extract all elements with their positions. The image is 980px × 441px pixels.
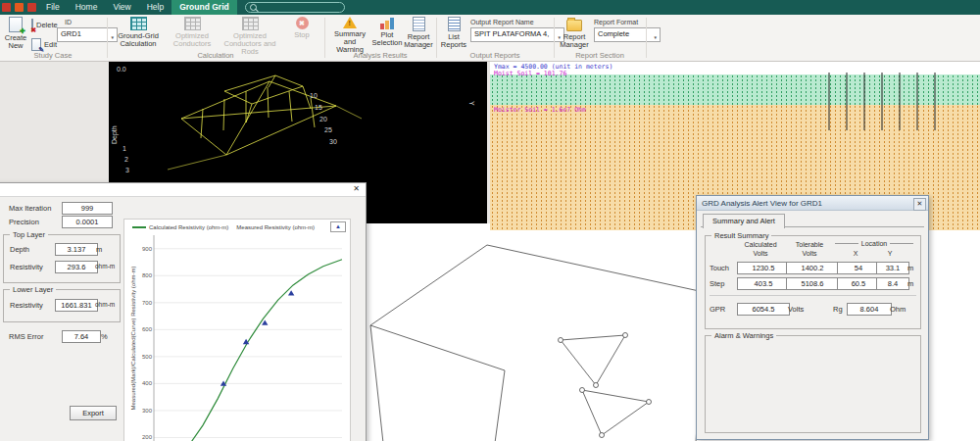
plot3d-y-axis-label: Y (468, 101, 475, 106)
warning-icon: ! (343, 17, 357, 28)
header-volts-1: Volts (737, 250, 784, 257)
group-label-calculation: Calculation (108, 51, 323, 60)
header-location: Location (835, 240, 913, 247)
grd-alert-dialog: GRD Analysis Alert View for GRD1 ✕ Summa… (696, 195, 929, 440)
output-report-name-combobox[interactable]: SPIT PLATAFORMA 4,▼ (470, 27, 564, 42)
plot3d-depth-tick: 2 (124, 156, 128, 163)
group-label-output-reports: Output Reports (437, 51, 553, 60)
header-y: Y (876, 250, 904, 257)
plot3d-x-tick: 20 (319, 116, 327, 122)
chart-y-axis-label: Measured(Mark)/Calculated(Curve) Resisti… (130, 235, 136, 441)
precision-field[interactable]: 0.0001 (62, 216, 113, 228)
gpr-unit: Volts (788, 305, 804, 314)
report-format-combobox[interactable]: Complete▼ (594, 27, 661, 42)
depth-unit: m (96, 245, 102, 254)
titlebar-icon-3[interactable] (27, 3, 36, 12)
close-icon[interactable]: ✕ (353, 184, 360, 193)
gpr-value: 6054.5 (737, 303, 790, 316)
step-unit: m (907, 279, 913, 288)
menu-item-help[interactable]: Help (139, 0, 172, 15)
search-icon (250, 4, 257, 11)
menu-item-home[interactable]: Home (68, 0, 106, 15)
export-button[interactable]: Export (70, 406, 117, 420)
tab-summary-and-alert[interactable]: Summary and Alert (703, 214, 785, 228)
svg-text:800: 800 (142, 272, 153, 278)
touch-tolerable-value: 1400.2 (786, 262, 839, 274)
study-id-combobox[interactable]: GRD1▼ (57, 27, 118, 42)
study-id-label: ID (65, 19, 72, 25)
rms-error-label: RMS Error (9, 332, 43, 341)
plot3d-depth-tick: 1 (122, 145, 126, 152)
titlebar: File Home View Help Ground Grid (0, 0, 980, 15)
rms-error-field[interactable]: 7.64 (62, 330, 101, 343)
edit-icon: ✎ (31, 38, 41, 51)
soil-analysis-dialog: ✕ Max Iteration 999 Precision 0.0001 Top… (0, 182, 367, 441)
ground-grid-calculation-icon (130, 17, 147, 30)
max-iteration-field[interactable]: 999 (62, 202, 113, 215)
report-manager-button[interactable]: Report Manager (404, 17, 433, 49)
optimized-conductors-icon (184, 17, 201, 30)
legend-line-sample (132, 226, 146, 228)
create-new-button[interactable]: ✚ Create New (2, 17, 29, 50)
optimized-conductors-rods-button[interactable]: Optimized Conductors and Rods (219, 17, 281, 56)
menu-item-file[interactable]: File (38, 0, 68, 15)
svg-text:500: 500 (142, 354, 153, 360)
svg-text:600: 600 (142, 326, 153, 332)
plot3d-x-tick: 10 (310, 92, 318, 99)
titlebar-icon-1[interactable] (2, 3, 11, 12)
alarm-warnings-group: Alarm & Warnings (705, 335, 921, 433)
top-resistivity-field[interactable]: 293.6 (55, 261, 98, 273)
lower-resistivity-field[interactable]: 1661.831 (55, 299, 98, 312)
list-reports-button[interactable]: List Reports (440, 17, 467, 49)
report-manager-section-button[interactable]: Report Manager (558, 17, 591, 49)
touch-unit: m (907, 264, 913, 272)
plot3d-x-tick: 15 (315, 104, 322, 111)
row-touch-label: Touch (710, 264, 729, 272)
stop-button[interactable]: ✖ Stop (285, 17, 318, 39)
delete-button[interactable]: ✖ Delete (31, 19, 57, 31)
rg-unit: Ohm (890, 305, 906, 314)
triangle-marker-icon: ▲ (335, 223, 341, 229)
close-button[interactable]: ✕ (913, 198, 926, 211)
search-input[interactable] (245, 2, 345, 13)
step-tolerable-value: 5108.6 (786, 277, 839, 290)
delete-icon: ✖ (31, 19, 33, 31)
step-x-value: 60.5 (837, 277, 880, 290)
resistivity-chart: Calculated Resistivity (ohm-m) Measured … (123, 219, 351, 441)
row-step-label: Step (710, 279, 724, 288)
rg-value: 8.604 (847, 303, 892, 316)
depth-field[interactable]: 3.137 (55, 243, 98, 256)
resistivity-chart-plot: 100200300400500600700800900 (138, 231, 346, 441)
plot3d-depth-tick: 3 (125, 167, 129, 173)
menu-item-ground-grid[interactable]: Ground Grid (172, 0, 237, 15)
header-volts-2: Volts (786, 250, 833, 257)
precision-label: Precision (9, 218, 39, 226)
divider (710, 295, 916, 296)
group-label-report-section: Report Section (555, 51, 645, 60)
result-summary-group: Result Summary Calculated Tolerable Loca… (705, 235, 921, 329)
soil-dialog-titlebar[interactable]: ✕ (0, 183, 366, 197)
edit-button[interactable]: ✎ Edit (31, 38, 57, 51)
legend-measured-label: Measured Resistivity (ohm-m) (236, 224, 315, 230)
header-x: X (837, 250, 874, 257)
top-resistivity-label: Resistivity (10, 263, 43, 271)
legend-calculated-label: Calculated Resistivity (ohm-m) (149, 224, 228, 230)
summary-and-warning-button[interactable]: ! Summary and Warning (329, 17, 370, 54)
report-format-label: Report Format (594, 19, 649, 25)
svg-text:300: 300 (142, 408, 153, 414)
ground-grid-calculation-button[interactable]: Ground-Grid Calculation (111, 17, 166, 48)
group-label-study-case: Study Case (0, 51, 106, 60)
alert-dialog-titlebar[interactable]: GRD Analysis Alert View for GRD1 ✕ (697, 196, 928, 211)
touch-x-value: 54 (837, 262, 880, 274)
lower-resistivity-unit: ohm-m (95, 301, 115, 308)
header-calculated: Calculated (737, 241, 784, 248)
header-tolerable: Tolerable (786, 241, 833, 248)
optimized-conductors-button[interactable]: Optimized Conductors (168, 17, 217, 48)
plot-selection-button[interactable]: Plot Selection (372, 17, 402, 47)
menu-item-view[interactable]: View (105, 0, 138, 15)
lower-resistivity-label: Resistivity (10, 301, 43, 310)
svg-text:700: 700 (142, 300, 153, 306)
titlebar-icon-2[interactable] (15, 3, 24, 12)
group-label-analysis-results: Analysis Results (325, 51, 435, 60)
svg-text:400: 400 (142, 380, 153, 386)
